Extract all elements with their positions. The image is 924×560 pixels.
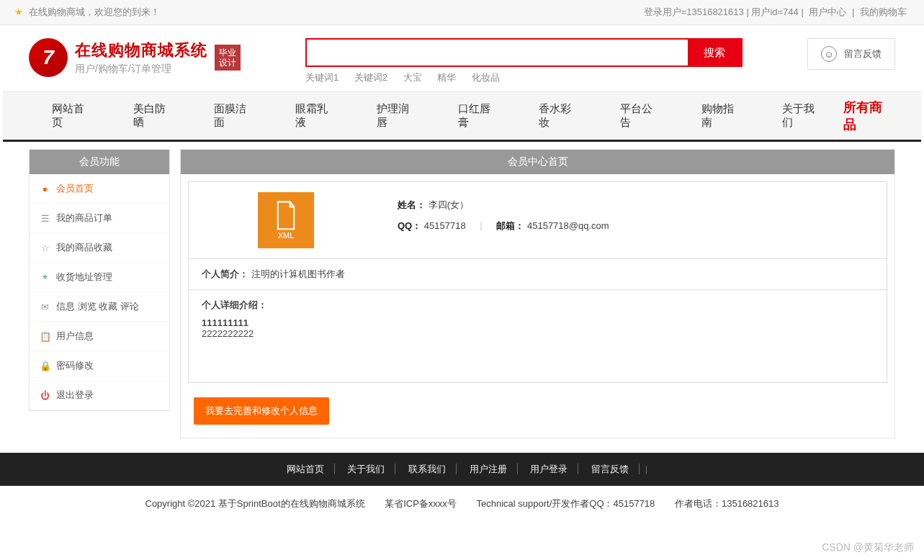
nav-perfume[interactable]: 香水彩妆 <box>519 92 600 140</box>
member-home-icon: ● <box>40 184 50 194</box>
user-info-icon: 📋 <box>40 331 50 342</box>
edit-profile-button[interactable]: 我要去完善和修改个人信息 <box>194 397 329 425</box>
content-title: 会员中心首页 <box>181 150 894 174</box>
search-input[interactable] <box>307 40 688 66</box>
nav-all-goods[interactable]: 所有商品 <box>843 99 921 133</box>
sidebar-item-my-orders[interactable]: ☰我的商品订单 <box>30 204 169 233</box>
keyword-link[interactable]: 关键词2 <box>354 72 387 83</box>
feedback-label: 留言反馈 <box>844 48 882 60</box>
name-label: 姓名： <box>398 199 426 210</box>
my-fav-icon: ☆ <box>40 243 50 253</box>
sidebar-item-password[interactable]: 🔒密码修改 <box>30 351 169 381</box>
login-user: 登录用户=13516821613 <box>644 6 744 17</box>
info-table: XML 姓名： 李四(女） QQ： 45157718 | 邮箱： 4515771… <box>188 181 887 383</box>
sidebar-item-label: 会员首页 <box>56 182 94 195</box>
search-area: 搜索 关键词1 关键词2 大宝 精华 化妆品 <box>305 38 743 84</box>
qq-label: QQ： <box>398 220 421 231</box>
keyword-link[interactable]: 关键词1 <box>305 72 338 83</box>
info-browse-icon: ✉ <box>40 302 50 312</box>
nav-lipstick[interactable]: 口红唇膏 <box>438 92 519 140</box>
detail-line1: 111111111 <box>202 317 874 328</box>
footer-link-home[interactable]: 网站首页 <box>277 464 335 474</box>
sidebar-item-logout[interactable]: ⏻退出登录 <box>30 381 169 410</box>
icp-text: 某省ICP备xxxx号 <box>385 498 457 509</box>
main-container: 会员功能 ●会员首页☰我的商品订单☆我的商品收藏⌖收货地址管理✉信息 浏览 收藏… <box>0 142 924 453</box>
sidebar-item-label: 我的商品订单 <box>56 212 112 225</box>
qq-value: 45157718 <box>424 220 466 231</box>
topbar-right: 登录用户=13516821613 | 用户id=744 | 用户中心 | 我的购… <box>644 6 910 19</box>
site-title: 在线购物商城系统 <box>75 40 207 61</box>
footer-nav: 网站首页 关于我们 联系我们 用户注册 用户登录 留言反馈| <box>0 453 924 486</box>
nav-mask[interactable]: 面膜洁面 <box>194 92 275 140</box>
author-phone: 作者电话：13516821613 <box>675 498 779 509</box>
sidebar-item-my-fav[interactable]: ☆我的商品收藏 <box>30 233 169 263</box>
footer-link-register[interactable]: 用户注册 <box>459 464 518 474</box>
footer-link-contact[interactable]: 联系我们 <box>398 464 457 474</box>
copyright-text: Copyright ©2021 基于SprintBoot的在线购物商城系统 <box>145 498 365 509</box>
graduation-badge: 毕业设计 <box>215 45 241 71</box>
logout-icon: ⏻ <box>40 390 50 401</box>
nav-lipcare[interactable]: 护理润唇 <box>356 92 438 140</box>
sidebar-item-label: 我的商品收藏 <box>56 241 112 254</box>
nav-guide[interactable]: 购物指南 <box>681 92 763 140</box>
logo[interactable]: 7 在线购物商城系统 用户/购物车/订单管理 毕业设计 <box>29 38 241 77</box>
password-icon: 🔒 <box>40 361 50 371</box>
avatar-xml-icon: XML <box>258 192 314 248</box>
copyright: Copyright ©2021 基于SprintBoot的在线购物商城系统 某省… <box>0 486 924 522</box>
tech-support: Technical support/开发作者QQ：45157718 <box>476 498 655 509</box>
sidebar-title: 会员功能 <box>30 150 169 174</box>
sidebar-item-label: 密码修改 <box>56 359 94 372</box>
feedback-button[interactable]: ☺ 留言反馈 <box>807 38 895 70</box>
site-subtitle: 用户/购物车/订单管理 <box>75 63 207 76</box>
keyword-link[interactable]: 大宝 <box>403 72 422 83</box>
my-orders-icon: ☰ <box>40 213 50 224</box>
sidebar-item-label: 信息 浏览 收藏 评论 <box>56 300 139 313</box>
user-id: 用户id=744 <box>751 6 798 17</box>
footer-link-feedback[interactable]: 留言反馈 <box>581 464 640 474</box>
sidebar-item-address[interactable]: ⌖收货地址管理 <box>30 263 169 292</box>
name-value: 李四(女） <box>429 199 469 210</box>
sidebar: 会员功能 ●会员首页☰我的商品订单☆我的商品收藏⌖收货地址管理✉信息 浏览 收藏… <box>29 149 170 411</box>
detail-line2: 2222222222 <box>202 328 874 339</box>
headset-icon: ☺ <box>821 46 837 62</box>
topbar: ★ 在线购物商城，欢迎您的到来！ 登录用户=13516821613 | 用户id… <box>0 0 924 25</box>
sidebar-item-label: 退出登录 <box>56 389 94 402</box>
keyword-link[interactable]: 化妆品 <box>472 72 500 83</box>
intro-label: 个人简介： <box>202 268 248 279</box>
nav-eyecream[interactable]: 眼霜乳液 <box>275 92 356 140</box>
sidebar-item-info-browse[interactable]: ✉信息 浏览 收藏 评论 <box>30 292 169 322</box>
nav-whitening[interactable]: 美白防晒 <box>113 92 194 140</box>
user-center-link[interactable]: 用户中心 <box>806 6 849 17</box>
logo-icon: 7 <box>29 38 68 77</box>
email-label: 邮箱： <box>496 220 524 231</box>
footer-link-login[interactable]: 用户登录 <box>520 464 578 474</box>
star-icon: ★ <box>14 6 23 17</box>
avatar-cell: XML <box>189 182 383 258</box>
welcome-text: 在线购物商城，欢迎您的到来！ <box>29 6 160 17</box>
address-icon: ⌖ <box>40 272 50 283</box>
search-box: 搜索 <box>305 38 743 67</box>
sidebar-item-member-home[interactable]: ●会员首页 <box>30 174 169 204</box>
email-value: 45157718@qq.com <box>527 220 609 231</box>
footer-link-about[interactable]: 关于我们 <box>337 464 395 474</box>
content-panel: 会员中心首页 XML 姓名： 李四(女） QQ： 45157718 <box>180 149 895 438</box>
detail-row: 个人详细介绍： 111111111 2222222222 <box>189 290 887 382</box>
nav-announce[interactable]: 平台公告 <box>600 92 681 140</box>
nav-about[interactable]: 关于我们 <box>762 92 843 140</box>
intro-row: 个人简介： 注明的计算机图书作者 <box>189 259 887 290</box>
detail-label: 个人详细介绍： <box>202 299 267 310</box>
intro-value: 注明的计算机图书作者 <box>251 268 345 279</box>
search-button[interactable]: 搜索 <box>688 40 741 66</box>
sidebar-item-label: 用户信息 <box>56 330 94 343</box>
basic-info: 姓名： 李四(女） QQ： 45157718 | 邮箱： 45157718@qq… <box>383 182 887 258</box>
header: 7 在线购物商城系统 用户/购物车/订单管理 毕业设计 搜索 关键词1 关键词2… <box>0 25 924 91</box>
keyword-link[interactable]: 精华 <box>437 72 456 83</box>
my-cart-link[interactable]: 我的购物车 <box>857 6 910 17</box>
keywords: 关键词1 关键词2 大宝 精华 化妆品 <box>305 71 743 84</box>
nav-home[interactable]: 网站首页 <box>32 92 113 140</box>
sidebar-item-user-info[interactable]: 📋用户信息 <box>30 322 169 351</box>
main-nav: 网站首页 美白防晒 面膜洁面 眼霜乳液 护理润唇 口红唇膏 香水彩妆 平台公告 … <box>3 91 921 142</box>
sidebar-item-label: 收货地址管理 <box>56 271 112 284</box>
